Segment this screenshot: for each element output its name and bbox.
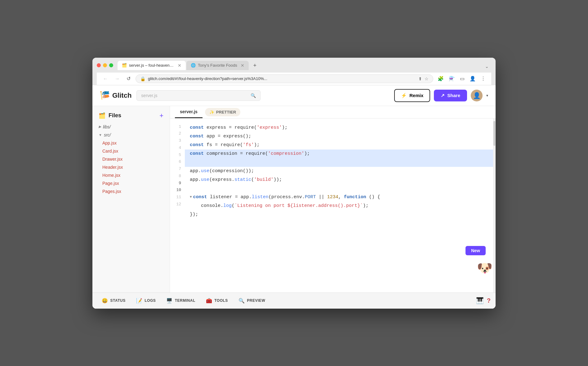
reload-button[interactable]: ↺: [125, 74, 132, 83]
scrollbar-thumb[interactable]: [493, 121, 495, 146]
sidebar-item-page-jsx[interactable]: Page.jsx: [92, 179, 170, 187]
code-line-10: console.log(`Listening on port ${listene…: [185, 202, 493, 210]
browser-tab-active[interactable]: 🗂️ server.js – foul-heavenly-direc… ✕: [118, 61, 186, 70]
share-url-icon[interactable]: ⬆: [418, 76, 422, 81]
code-line-5: [185, 158, 493, 167]
collapse-arrow-icon[interactable]: ▼: [190, 194, 192, 200]
menu-icon[interactable]: ⋮: [479, 74, 487, 83]
line-num-3: 3: [175, 137, 181, 145]
glitch-logo-text: Glitch: [112, 92, 131, 100]
sidebar-item-src[interactable]: ▼ src/: [92, 131, 170, 139]
forward-button[interactable]: →: [113, 75, 122, 83]
new-tab-button[interactable]: +: [251, 61, 259, 70]
sidebar-toggle-icon[interactable]: ▭: [459, 74, 466, 83]
app-header: 🎏 Glitch server.js 🔍 ⚡ Remix ↗ Share 👤 ▾: [92, 85, 496, 106]
browser-tab-2[interactable]: 🌐 Tony's Favorite Foods ✕: [186, 61, 249, 70]
url-bar[interactable]: 🔒 glitch.com/edit/#!/foul-heavenly-direc…: [136, 74, 433, 83]
tab-title-1: server.js – foul-heavenly-direc…: [129, 63, 174, 68]
logs-icon: 📝: [136, 298, 143, 304]
mascot-dog[interactable]: 🐶: [477, 261, 492, 275]
tools-label: TOOLS: [214, 298, 228, 303]
toolbar-icons: 🧩 ⚗️ ▭ 👤 ⋮: [436, 74, 487, 83]
footer-terminal[interactable]: 🖥️ TERMINAL: [162, 296, 200, 306]
logs-label: LOGS: [145, 298, 156, 303]
tab-favicon-2: 🌐: [191, 63, 196, 68]
piano-icon[interactable]: 🎹: [476, 297, 484, 304]
line-numbers: 1 2 3 4 5 6 7 8 9 10 11 12: [170, 118, 185, 292]
lab-icon[interactable]: ⚗️: [448, 74, 456, 83]
footer-logs[interactable]: 📝 LOGS: [132, 296, 160, 306]
preview-icon: 🔍: [238, 298, 245, 304]
sidebar-item-header-jsx[interactable]: Header.jsx: [92, 163, 170, 171]
code-content[interactable]: const express = require('express'); cons…: [185, 118, 493, 292]
search-icon: 🔍: [251, 93, 256, 98]
extensions-icon[interactable]: 🧩: [436, 74, 445, 83]
lock-icon: 🔒: [140, 76, 145, 81]
help-icon[interactable]: ?: [487, 297, 491, 304]
remix-button[interactable]: ⚡ Remix: [394, 89, 430, 102]
tools-icon: 🧰: [206, 298, 212, 304]
prettier-icon: ✨: [209, 110, 214, 114]
search-placeholder-text: server.js: [141, 93, 247, 98]
line-num-9: 9: [175, 180, 181, 187]
title-bar: 🗂️ server.js – foul-heavenly-direc… ✕ 🌐 …: [92, 58, 496, 85]
sidebar: 🗂️ Files + ▶ libs/ ▼ src/ App.jsx: [92, 106, 170, 292]
add-file-button[interactable]: +: [159, 112, 163, 119]
url-text: glitch.com/edit/#!/foul-heavenly-directi…: [148, 76, 416, 81]
file-home-jsx-label: Home.jsx: [102, 173, 120, 178]
sidebar-item-libs[interactable]: ▶ libs/: [92, 123, 170, 131]
traffic-lights: [97, 63, 113, 67]
code-line-6: app.use(compression());: [185, 167, 493, 176]
minimize-window-button[interactable]: [103, 63, 107, 67]
code-line-12: [185, 219, 493, 228]
line-num-11: 11: [175, 194, 181, 201]
sidebar-item-app-jsx[interactable]: App.jsx: [92, 139, 170, 147]
app-footer: 😀 STATUS 📝 LOGS 🖥️ TERMINAL 🧰 TOOLS 🔍 PR…: [92, 292, 496, 309]
prettier-button[interactable]: ✨ PRETTIER: [205, 108, 240, 116]
share-button[interactable]: ↗ Share: [434, 90, 467, 101]
tab-close-1[interactable]: ✕: [178, 63, 181, 68]
footer-tools[interactable]: 🧰 TOOLS: [202, 296, 232, 306]
line-num-10: 10: [175, 187, 181, 194]
sidebar-title-text: Files: [109, 112, 121, 119]
glitch-logo-icon: 🎏: [100, 91, 110, 100]
tab-list-button[interactable]: ⌄: [483, 63, 491, 70]
scrollbar[interactable]: [493, 118, 496, 292]
footer-status[interactable]: 😀 STATUS: [97, 296, 130, 306]
line-num-4: 4: [175, 145, 181, 152]
sidebar-item-card-jsx[interactable]: Card.jsx: [92, 147, 170, 155]
code-line-7: app.use(express.static('build'));: [185, 176, 493, 184]
line-num-1: 1: [175, 123, 181, 131]
folder-expanded-icon: ▼: [99, 133, 102, 137]
line-num-7: 7: [175, 166, 181, 173]
file-header-jsx-label: Header.jsx: [102, 165, 123, 170]
files-icon: 🗂️: [99, 112, 105, 119]
profile-icon[interactable]: 👤: [468, 74, 477, 83]
sidebar-item-drawer-jsx[interactable]: Drawer.jsx: [92, 155, 170, 163]
code-line-1: const express = require('express');: [185, 123, 493, 132]
back-button[interactable]: ←: [101, 75, 110, 83]
avatar-chevron-icon[interactable]: ▾: [486, 93, 488, 98]
sidebar-title: 🗂️ Files: [99, 112, 121, 119]
tab-favicon-1: 🗂️: [122, 63, 127, 68]
editor-wrapper: server.js ✨ PRETTIER 1 2 3: [170, 106, 496, 292]
bookmark-icon[interactable]: ☆: [425, 76, 429, 81]
sidebar-src-label: src/: [104, 132, 111, 137]
editor-tab-server-js[interactable]: server.js: [175, 106, 203, 118]
sidebar-item-home-jsx[interactable]: Home.jsx: [92, 171, 170, 179]
maximize-window-button[interactable]: [109, 63, 113, 67]
sidebar-item-pages-jsx[interactable]: Pages.jsx: [92, 187, 170, 195]
footer-preview[interactable]: 🔍 PREVIEW: [234, 296, 270, 306]
glitch-logo[interactable]: 🎏 Glitch: [100, 91, 131, 100]
terminal-label: TERMINAL: [175, 298, 195, 303]
new-badge[interactable]: New: [466, 246, 486, 255]
code-editor[interactable]: 1 2 3 4 5 6 7 8 9 10 11 12: [170, 118, 496, 292]
code-line-9: ▼const listener = app.listen(process.env…: [185, 193, 493, 202]
search-bar[interactable]: server.js 🔍: [136, 90, 261, 101]
tab-close-2[interactable]: ✕: [241, 63, 244, 68]
file-page-jsx-label: Page.jsx: [102, 181, 119, 186]
user-avatar[interactable]: 👤: [471, 90, 483, 101]
line-num-12: 12: [175, 201, 181, 208]
folder-collapsed-icon: ▶: [99, 125, 101, 129]
close-window-button[interactable]: [97, 63, 101, 67]
